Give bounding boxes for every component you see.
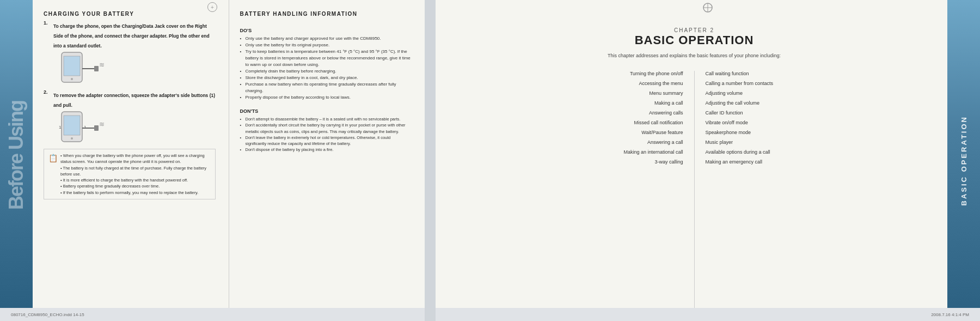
features-container: Turning the phone on/off Accessing the m… bbox=[452, 71, 936, 310]
charging-item-1: 1. To charge the phone, open the Chargin… bbox=[44, 20, 216, 85]
chapter-header: CHAPTER 2 BASIC OPERATION This chapter a… bbox=[452, 27, 936, 60]
feature-right-4: Adjusting the call volume bbox=[706, 100, 760, 106]
feature-right-3: Adjusting volume bbox=[706, 90, 743, 96]
phone-adapter-svg: 1 1 ≋ bbox=[53, 109, 108, 144]
dos-item-4: Completely drain the battery before rech… bbox=[240, 68, 412, 75]
feature-right-1: Call waiting function bbox=[706, 71, 749, 76]
dos-title: DO'S bbox=[240, 28, 412, 33]
chapter-subtitle: This chapter addresses and explains the … bbox=[580, 52, 808, 59]
svg-text:1: 1 bbox=[84, 125, 87, 130]
item-text-2: To remove the adapter connection, squeez… bbox=[53, 93, 215, 108]
feature-left-1: Turning the phone on/off bbox=[630, 71, 683, 76]
note-item-1: • When you charge the battery with the p… bbox=[60, 153, 205, 164]
left-main-content: CHARGING YOUR BATTERY 1. To charge the p… bbox=[33, 0, 229, 311]
feature-right-2: Calling a number from contacts bbox=[706, 81, 774, 86]
charging-item-2: 2. To remove the adapter connection, squ… bbox=[44, 89, 216, 144]
notes-section: 📋 • When you charge the battery with the… bbox=[44, 149, 216, 199]
feature-right-10: Making an emergency call bbox=[706, 159, 763, 165]
crosshair-top bbox=[207, 2, 217, 12]
svg-text:1: 1 bbox=[59, 125, 62, 130]
battery-handling-section: BATTERY HANDLING INFORMATION DO'S Only u… bbox=[229, 0, 425, 311]
left-side-strip: Before Using bbox=[0, 0, 33, 311]
charging-image: ≋ bbox=[53, 50, 216, 85]
right-side-strip: BASIC OPERATION bbox=[947, 0, 980, 321]
svg-point-8 bbox=[71, 137, 73, 140]
right-main-content: CHAPTER 2 BASIC OPERATION This chapter a… bbox=[436, 0, 947, 321]
dos-item-1: Only use the battery and charger approve… bbox=[240, 35, 412, 42]
dos-item-7: Properly dispose of the battery accordin… bbox=[240, 94, 412, 101]
dos-item-3: Try to keep batteries in a temperature b… bbox=[240, 49, 412, 68]
svg-rect-4 bbox=[94, 66, 99, 71]
item-num-1: 1. bbox=[44, 20, 50, 85]
phone-charging-svg: ≋ bbox=[53, 50, 108, 85]
features-left-col: Turning the phone on/off Accessing the m… bbox=[452, 71, 694, 310]
svg-rect-1 bbox=[64, 56, 80, 76]
dos-item-2: Only use the battery for its original pu… bbox=[240, 42, 412, 49]
feature-right-5: Caller ID function bbox=[706, 110, 743, 116]
features-right-col: Call waiting function Calling a number f… bbox=[694, 71, 937, 310]
dos-item-6: Purchase a new battery when its operatin… bbox=[240, 81, 412, 94]
chapter-label: CHAPTER 2 bbox=[452, 27, 936, 33]
donts-item-1: Don't attempt to disassemble the battery… bbox=[240, 116, 412, 122]
donts-list: Don't attempt to disassemble the battery… bbox=[240, 116, 412, 153]
feature-left-7: Wait/Pause feature bbox=[641, 130, 683, 135]
feature-right-9: Available options during a call bbox=[706, 149, 770, 155]
feature-right-7: Speakerphone mode bbox=[706, 130, 751, 135]
item-text-1: To charge the phone, open the Charging/D… bbox=[53, 23, 210, 49]
note-item-3: • It is more efficient to charge the bat… bbox=[60, 178, 188, 183]
feature-left-8: Answering a call bbox=[647, 140, 683, 145]
feature-left-9: Making an international call bbox=[623, 149, 683, 155]
donts-item-4: Don't dispose of the battery by placing … bbox=[240, 147, 412, 153]
handling-title: BATTERY HANDLING INFORMATION bbox=[240, 11, 412, 17]
chapter-title: BASIC OPERATION bbox=[452, 33, 936, 47]
right-page: CHAPTER 2 BASIC OPERATION This chapter a… bbox=[436, 0, 980, 321]
svg-point-2 bbox=[71, 78, 73, 80]
note-item-5: • If the battery fails to perform normal… bbox=[60, 190, 198, 195]
feature-left-3: Menu summary bbox=[649, 90, 683, 96]
feature-left-10: 3-way calling bbox=[654, 159, 683, 165]
donts-item-2: Don't accidentally short circuit the bat… bbox=[240, 122, 412, 135]
remove-adapter-image: 1 1 ≋ bbox=[53, 109, 216, 144]
notes-text: • When you charge the battery with the p… bbox=[60, 153, 211, 196]
note-item-4: • Battery operating time gradually decre… bbox=[60, 184, 160, 189]
feature-left-4: Making a call bbox=[654, 100, 683, 106]
dos-list: Only use the battery and charger approve… bbox=[240, 35, 412, 101]
right-crosshair-top bbox=[702, 2, 713, 15]
donts-section: DON'TS Don't attempt to disassemble the … bbox=[240, 108, 412, 153]
item-num-2: 2. bbox=[44, 89, 50, 144]
feature-left-2: Accessing the menu bbox=[639, 81, 683, 86]
footer-right: 2008.7.16 4:1:4 PM bbox=[931, 312, 969, 317]
charging-title: CHARGING YOUR BATTERY bbox=[44, 11, 216, 17]
svg-rect-7 bbox=[64, 116, 80, 135]
svg-text:≋: ≋ bbox=[99, 120, 105, 128]
svg-text:≋: ≋ bbox=[99, 61, 105, 69]
side-strip-text: Before Using bbox=[5, 101, 28, 210]
feature-left-6: Missed call notification bbox=[634, 120, 683, 125]
left-page: Before Using CHARGING YOUR BATTERY 1. To… bbox=[0, 0, 425, 321]
note-icon: 📋 bbox=[48, 153, 57, 164]
donts-item-3: Don't leave the battery in extremely hot… bbox=[240, 135, 412, 147]
feature-right-8: Music player bbox=[706, 140, 733, 145]
dos-item-5: Store the discharged battery in a cool, … bbox=[240, 75, 412, 81]
feature-right-6: Vibrate on/off mode bbox=[706, 120, 748, 125]
footer-bar: 080716_CDM8950_ECHO.indd 14-15 2008.7.16… bbox=[0, 308, 980, 321]
feature-left-5: Answering calls bbox=[649, 110, 683, 116]
donts-title: DON'TS bbox=[240, 108, 412, 114]
right-side-text: BASIC OPERATION bbox=[960, 116, 968, 205]
svg-rect-12 bbox=[94, 125, 99, 131]
center-divider bbox=[425, 0, 436, 321]
dos-section: DO'S Only use the battery and charger ap… bbox=[240, 28, 412, 101]
note-item-2: • The battery is not fully charged at th… bbox=[60, 166, 206, 177]
footer-left: 080716_CDM8950_ECHO.indd 14-15 bbox=[11, 312, 84, 317]
charging-section: CHARGING YOUR BATTERY 1. To charge the p… bbox=[44, 11, 216, 199]
